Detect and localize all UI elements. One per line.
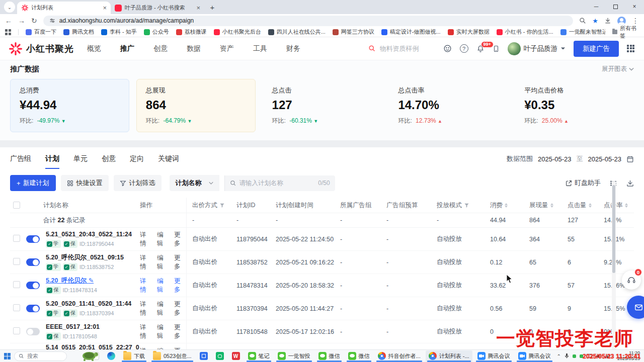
wechat-tray-icon[interactable] [580, 354, 583, 358]
app-grid-menu-icon[interactable] [627, 45, 635, 53]
browser-tab-active[interactable]: 计划列表 × [17, 2, 111, 14]
app-logo[interactable]: 小红书聚光 [9, 42, 74, 55]
bookmark-item[interactable]: 实时大屏数据 [448, 28, 490, 36]
plan-name[interactable]: 5.20_呼伦贝尔 ✎ [46, 277, 97, 285]
zoom-icon[interactable] [579, 17, 586, 24]
row-checkbox[interactable] [13, 281, 20, 288]
header-search[interactable] [368, 45, 435, 52]
taskbar-item-下载[interactable]: 下载 [120, 350, 148, 362]
quick-setup-button[interactable]: 快捷设置 [61, 175, 109, 191]
action-更多[interactable]: 更多 [174, 231, 186, 248]
reload-icon[interactable]: ↻ [31, 17, 37, 24]
speaker-icon[interactable] [596, 353, 601, 359]
tab-search-button[interactable]: ⌄ [4, 2, 15, 13]
nav-item-创意[interactable]: 创意 [153, 44, 168, 53]
help-icon[interactable]: ? [460, 44, 468, 53]
tab-关键词[interactable]: 关键词 [158, 154, 179, 169]
date-range[interactable]: 数据范围 2025-05-23 至 2025-05-23 [507, 154, 634, 163]
date-from[interactable]: 2025-05-23 [538, 155, 572, 163]
window-close-button[interactable]: × [625, 0, 644, 13]
profile-avatar-icon[interactable] [617, 17, 626, 25]
tab-广告组[interactable]: 广告组 [10, 154, 31, 169]
bookmark-item[interactable]: 四川人社在线公共... [268, 28, 326, 36]
network-icon[interactable] [605, 353, 610, 358]
taskbar-item-edge[interactable] [104, 350, 118, 362]
plan-search[interactable]: 0/50 [224, 175, 335, 191]
support-headset-button[interactable]: 0 [622, 270, 641, 290]
bookmark-item[interactable]: 一觉醒来智慧运营v... [560, 28, 605, 36]
action-编辑[interactable]: 编辑 [157, 300, 169, 317]
row-toggle[interactable] [26, 282, 40, 289]
tray-chevron-icon[interactable]: ⌃ [557, 353, 561, 359]
bookmark-item[interactable]: 腾讯文档 [63, 28, 94, 36]
monitor-helper-button[interactable]: 盯盘助手 [566, 178, 601, 188]
account-menu[interactable]: 叶子品质游 [508, 42, 566, 55]
action-编辑[interactable]: 编辑 [157, 254, 169, 271]
taskbar-item-抖音创作者...[interactable]: 抖音创作者... [375, 350, 424, 362]
plan-filter-button[interactable]: 计划筛选 [114, 175, 162, 191]
action-详情[interactable]: 详情 [140, 277, 152, 294]
action-更多[interactable]: 更多 [174, 277, 186, 294]
tab-close-icon[interactable]: × [196, 5, 200, 11]
action-编辑[interactable]: 编辑 [157, 323, 169, 340]
action-更多[interactable]: 更多 [174, 300, 186, 317]
scrollbar-thumb[interactable] [612, 185, 615, 273]
wechat-tray-icon[interactable] [573, 354, 576, 358]
taskbar-item-笔记[interactable]: 笔记 [245, 350, 273, 362]
sort-icon[interactable] [550, 203, 553, 208]
stat-card[interactable]: 总展现 864 环比: -64.79% ▼ [136, 79, 256, 132]
select-all-checkbox[interactable] [13, 202, 20, 209]
action-详情[interactable]: 详情 [140, 254, 152, 271]
tray-clock[interactable]: 11:20 2025/05/23 [614, 350, 640, 361]
menu-dots-icon[interactable]: ⋮ [632, 17, 639, 24]
action-详情[interactable]: 详情 [140, 231, 152, 248]
forward-icon[interactable]: → [18, 17, 25, 24]
header-search-input[interactable] [380, 45, 435, 52]
plan-name[interactable]: 5.20_呼伦贝尔_0521_09:15 [46, 253, 124, 262]
nav-item-资产[interactable]: 资产 [220, 44, 234, 53]
tab-单元[interactable]: 单元 [73, 154, 88, 169]
taskbar-item-greenbag[interactable] [213, 350, 227, 362]
action-详情[interactable]: 详情 [140, 300, 152, 317]
tab-计划[interactable]: 计划 [45, 154, 59, 169]
row-toggle[interactable] [26, 305, 40, 312]
stat-card[interactable]: 总点击率 14.70% 环比: 12.73% ▲ [388, 79, 508, 132]
taskbar-item-腾讯会议[interactable]: 腾讯会议 [474, 350, 513, 362]
window-maximize-button[interactable] [606, 0, 625, 13]
mobile-icon[interactable] [493, 45, 500, 53]
row-toggle[interactable] [26, 235, 40, 243]
tab-定向[interactable]: 定向 [130, 154, 144, 169]
tab-close-icon[interactable]: × [103, 5, 107, 11]
bookmark-item[interactable]: 百度一下 [26, 28, 56, 36]
expand-chart-button[interactable]: 展开图表 [602, 65, 634, 73]
action-编辑[interactable]: 编辑 [157, 231, 169, 248]
apps-grid-icon[interactable] [5, 29, 11, 35]
bookmark-item[interactable]: 公众号 [144, 28, 169, 36]
nav-item-概览[interactable]: 概览 [87, 44, 101, 53]
row-checkbox[interactable] [13, 327, 20, 334]
start-button[interactable] [3, 353, 11, 359]
row-checkbox[interactable] [13, 235, 20, 242]
action-详情[interactable]: 详情 [140, 323, 152, 340]
action-编辑[interactable]: 编辑 [157, 277, 169, 294]
new-tab-button[interactable]: + [206, 1, 218, 13]
taskbar-item-微信[interactable]: 微信 [315, 350, 343, 362]
url-bar[interactable]: ad.xiaohongshu.com/aurora/ad/manage/camp… [43, 16, 574, 26]
row-checkbox[interactable] [13, 258, 20, 265]
browser-tab[interactable]: 叶子品质游 - 小红书搜索 × [111, 2, 204, 14]
edit-pencil-icon[interactable]: ✎ [89, 277, 94, 284]
tab-创意[interactable]: 创意 [102, 154, 116, 169]
sort-icon[interactable] [589, 203, 592, 208]
action-更多[interactable]: 更多 [174, 323, 186, 340]
plan-name[interactable]: 5.20_0520_11:41_0520_11:44 [46, 300, 131, 308]
plan-name[interactable]: EEEE_0517_12:01 [46, 323, 100, 331]
bookmark-item[interactable]: 稿定设计-做图做视... [381, 28, 441, 36]
display-icon[interactable] [587, 354, 592, 358]
all-bookmarks-button[interactable]: 所有书签 [612, 25, 639, 40]
nav-item-工具[interactable]: 工具 [253, 44, 267, 53]
table-scrollbar[interactable] [612, 181, 616, 362]
bookmark-star-icon[interactable]: ★ [592, 17, 598, 25]
row-checkbox[interactable] [13, 304, 20, 311]
plan-search-input[interactable] [239, 179, 300, 187]
date-to[interactable]: 2025-05-23 [588, 155, 622, 163]
